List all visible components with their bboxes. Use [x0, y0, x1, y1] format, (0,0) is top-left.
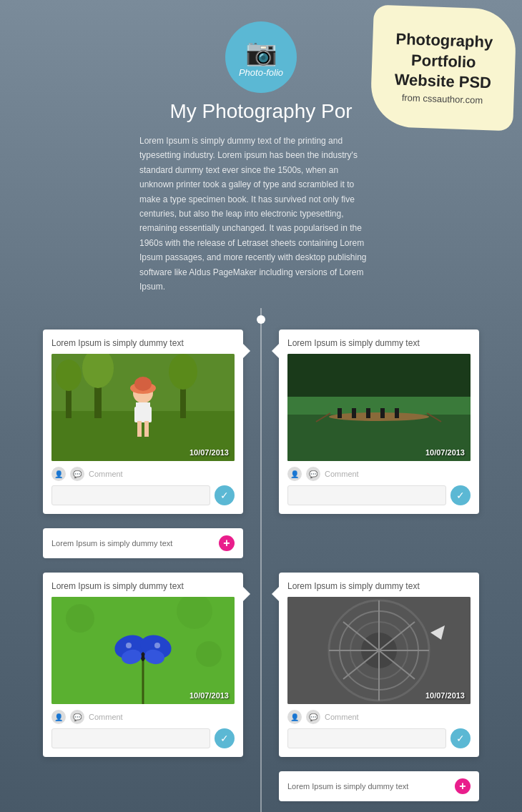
collapsed-item-1: Lorem Ipsum is simply dummy text +: [43, 528, 243, 558]
svg-rect-20: [352, 408, 356, 418]
svg-point-3: [56, 360, 82, 391]
intro-text: Lorem Ipsum is simply dummy text of the …: [82, 134, 440, 294]
card-2-title: Lorem Ipsum is simply dummy text: [287, 338, 471, 348]
timeline-collapsed-bottom: Lorem Ipsum is simply dummy text +: [0, 771, 522, 807]
collapsed-item-r1: Lorem Ipsum is simply dummy text +: [279, 771, 479, 801]
svg-point-36: [126, 643, 132, 648]
avatar-icon-2: 👤: [287, 467, 302, 481]
timeline-dot-top: [257, 315, 265, 324]
watermark-badge: PhotographyPortfolioWebsite PSD from css…: [370, 5, 517, 132]
card-3-input-row: ✓: [51, 728, 235, 748]
card-2-image: 10/07/2013: [287, 354, 471, 461]
submit-btn-1[interactable]: ✓: [215, 485, 235, 505]
submit-btn-2[interactable]: ✓: [450, 485, 471, 505]
photo-butterfly: [51, 597, 235, 704]
svg-rect-13: [137, 421, 142, 437]
timeline-right-2: Lorem Ipsum is simply dummy text: [261, 573, 522, 757]
svg-point-18: [329, 412, 429, 421]
timeline-right-c1: [261, 528, 522, 564]
comment-label-2: Comment: [325, 470, 359, 478]
svg-rect-14: [144, 421, 149, 437]
timeline-left-1: Lorem Ipsum is simply dummy text: [0, 330, 261, 514]
logo-text: Photo-folio: [239, 67, 283, 78]
collapsed-item-1-text: Lorem Ipsum is simply dummy text: [51, 539, 172, 548]
svg-point-37: [154, 643, 160, 648]
photo-staircase: [287, 597, 471, 704]
comment-input-2[interactable]: [287, 485, 446, 505]
svg-rect-22: [380, 408, 385, 418]
card-4-date: 10/07/2013: [425, 691, 465, 700]
card-2-comment-section: 👤 💬 Comment: [287, 467, 471, 481]
timeline-left-2: Lorem Ipsum is simply dummy text: [0, 573, 261, 757]
card-1-title: Lorem Ipsum is simply dummy text: [51, 338, 235, 348]
plus-btn-r1[interactable]: +: [455, 778, 471, 794]
card-4-comment-section: 👤 💬 Comment: [287, 710, 471, 724]
submit-btn-4[interactable]: ✓: [450, 728, 471, 748]
card-arrow-right-3: [243, 587, 250, 601]
plus-btn-1[interactable]: +: [219, 535, 235, 551]
timeline-row-2: Lorem Ipsum is simply dummy text: [0, 573, 522, 757]
timeline-right-1: Lorem Ipsum is simply dummy text: [261, 330, 522, 514]
card-3-comment-section: 👤 💬 Comment: [51, 710, 235, 724]
svg-point-27: [66, 604, 94, 633]
watermark-source: from cssauthor.com: [402, 92, 483, 106]
timeline-collapsed-row-1: Lorem Ipsum is simply dummy text +: [0, 528, 522, 564]
timeline-left-c1: Lorem Ipsum is simply dummy text +: [0, 528, 261, 564]
card-2-input-row: ✓: [287, 485, 471, 505]
avatar-icon-4: 👤: [287, 710, 302, 724]
card-1-image: 10/07/2013: [51, 354, 235, 461]
timeline-right-bottom-r1: Lorem Ipsum is simply dummy text +: [261, 771, 522, 807]
comment-input-4[interactable]: [287, 728, 446, 748]
comment-input-1[interactable]: [51, 485, 210, 505]
share-icon-1: 💬: [70, 467, 84, 481]
card-arrow-left-4: [272, 587, 279, 601]
share-icon-2: 💬: [306, 467, 320, 481]
card-3-title: Lorem Ipsum is simply dummy text: [51, 581, 235, 591]
card-1-date: 10/07/2013: [189, 448, 229, 457]
share-icon-4: 💬: [306, 710, 320, 724]
comment-label-1: Comment: [89, 470, 123, 478]
watermark-text: PhotographyPortfolioWebsite PSD: [394, 29, 493, 94]
card-3-image: 10/07/2013: [51, 597, 235, 704]
svg-rect-17: [287, 397, 471, 415]
svg-rect-23: [395, 408, 399, 418]
card-3: Lorem Ipsum is simply dummy text: [43, 573, 243, 757]
share-icon-3: 💬: [70, 710, 84, 724]
svg-point-29: [196, 641, 222, 667]
card-1-comment-section: 👤 💬 Comment: [51, 467, 235, 481]
timeline-section: Lorem Ipsum is simply dummy text: [0, 308, 522, 812]
camera-icon: 📷: [245, 37, 277, 67]
avatar-icon-3: 👤: [51, 710, 66, 724]
card-2-date: 10/07/2013: [425, 448, 465, 457]
svg-rect-19: [338, 408, 342, 418]
collapsed-item-r1-text: Lorem Ipsum is simply dummy text: [287, 782, 408, 791]
svg-point-10: [134, 377, 152, 391]
submit-btn-3[interactable]: ✓: [215, 728, 235, 748]
comment-input-3[interactable]: [51, 728, 210, 748]
card-2: Lorem Ipsum is simply dummy text: [279, 330, 479, 514]
comment-label-3: Comment: [89, 713, 123, 721]
card-arrow-left-2: [272, 344, 279, 358]
card-4: Lorem Ipsum is simply dummy text: [279, 573, 479, 757]
avatar-icon-1: 👤: [51, 467, 66, 481]
svg-point-7: [169, 354, 197, 390]
card-4-title: Lorem Ipsum is simply dummy text: [287, 581, 471, 591]
photo-rowing: [287, 354, 471, 461]
svg-rect-21: [366, 408, 370, 418]
card-4-image: 10/07/2013: [287, 597, 471, 704]
svg-rect-12: [134, 407, 152, 422]
timeline-row-1: Lorem Ipsum is simply dummy text: [0, 330, 522, 514]
card-arrow-right-1: [243, 344, 250, 358]
comment-label-4: Comment: [325, 713, 359, 721]
card-4-input-row: ✓: [287, 728, 471, 748]
card-3-date: 10/07/2013: [189, 691, 229, 700]
photo-child: [51, 354, 235, 461]
logo-circle: 📷 Photo-folio: [225, 21, 297, 93]
card-1: Lorem Ipsum is simply dummy text: [43, 330, 243, 514]
timeline-left-bottom: [0, 771, 261, 807]
card-1-input-row: ✓: [51, 485, 235, 505]
